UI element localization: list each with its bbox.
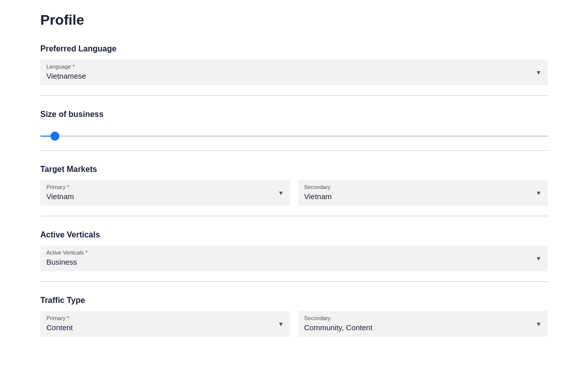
active-verticals-divider [40, 281, 548, 282]
language-select-wrapper: Language * Vietnamese English French Spa… [40, 59, 548, 85]
language-label: Language * [40, 59, 548, 70]
secondary-market-select[interactable]: Vietnam United States United Kingdom Ger… [298, 190, 548, 206]
target-markets-section: Target Markets Primary * Vietnam United … [40, 165, 548, 216]
active-verticals-wrapper: Active Verticals * Business Technology F… [40, 246, 548, 271]
language-select[interactable]: Vietnamese English French Spanish German [40, 70, 548, 85]
primary-market-label: Primary * [40, 180, 290, 190]
active-verticals-select[interactable]: Business Technology Finance Health Educa… [40, 256, 548, 271]
traffic-type-section: Traffic Type Primary * Content Community… [40, 296, 548, 337]
secondary-traffic-wrapper: Secondary Community, Content Content Com… [298, 311, 548, 337]
primary-traffic-label: Primary * [40, 311, 290, 321]
preferred-language-divider [40, 95, 548, 96]
primary-traffic-select[interactable]: Content Community Community, Content Soc… [40, 321, 290, 337]
page-title: Profile [40, 12, 548, 28]
active-verticals-section: Active Verticals Active Verticals * Busi… [40, 230, 548, 282]
size-of-business-title: Size of business [40, 110, 548, 119]
slider-container [40, 125, 548, 140]
size-of-business-section: Size of business [40, 110, 548, 151]
target-markets-divider [40, 216, 548, 216]
target-markets-title: Target Markets [40, 165, 548, 174]
secondary-traffic-select[interactable]: Community, Content Content Community Soc… [298, 321, 548, 337]
traffic-type-title: Traffic Type [40, 296, 548, 305]
business-size-slider[interactable] [40, 136, 548, 137]
primary-market-wrapper: Primary * Vietnam United States United K… [40, 180, 290, 206]
secondary-market-wrapper: Secondary Vietnam United States United K… [298, 180, 548, 206]
preferred-language-section: Preferred Language Language * Vietnamese… [40, 44, 548, 96]
active-verticals-label: Active Verticals * [40, 246, 548, 256]
size-of-business-divider [40, 150, 548, 151]
active-verticals-title: Active Verticals [40, 230, 548, 239]
primary-market-select[interactable]: Vietnam United States United Kingdom Ger… [40, 190, 290, 206]
secondary-traffic-label: Secondary [298, 311, 548, 321]
preferred-language-title: Preferred Language [40, 44, 548, 53]
primary-traffic-wrapper: Primary * Content Community Community, C… [40, 311, 290, 337]
page-container: Profile Preferred Language Language * Vi… [0, 0, 588, 363]
traffic-type-row: Primary * Content Community Community, C… [40, 311, 548, 337]
target-markets-row: Primary * Vietnam United States United K… [40, 180, 548, 206]
secondary-market-label: Secondary [298, 180, 548, 190]
